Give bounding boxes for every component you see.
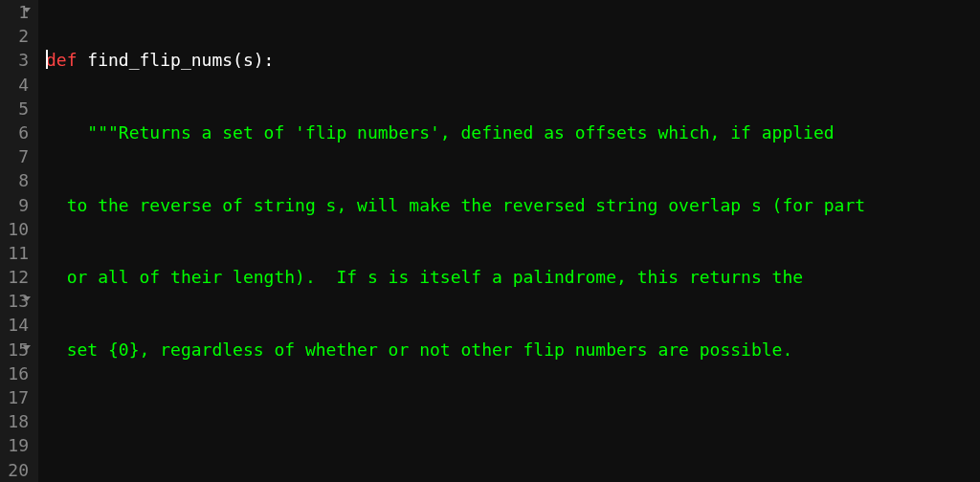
code-line-3[interactable]: to the reverse of string s, will make th… [46, 193, 865, 217]
fold-toggle-icon[interactable] [23, 8, 31, 12]
text-cursor [46, 50, 48, 69]
line-number: 16 [6, 362, 29, 385]
line-number: 20 [6, 458, 29, 482]
line-number: 14 [6, 313, 29, 337]
colon: : [264, 50, 275, 70]
line-number: 15 [6, 338, 29, 362]
line-number: 4 [6, 73, 29, 97]
fold-toggle-icon[interactable] [23, 296, 31, 301]
line-number: 13 [6, 289, 29, 313]
code-editor[interactable]: 1 2 3 4 5 6 7 8 9 10 11 12 13 14 15 16 1… [0, 0, 980, 482]
line-number: 2 [6, 24, 29, 48]
line-number: 12 [6, 265, 29, 289]
line-number: 3 [6, 48, 29, 72]
keyword-def: def [46, 50, 78, 70]
line-number: 9 [6, 193, 29, 217]
function-name: find_flip_nums [78, 50, 234, 70]
open-paren: ( [233, 50, 243, 70]
code-line-6[interactable] [46, 409, 865, 433]
line-number: 10 [6, 217, 29, 241]
line-number: 17 [6, 385, 29, 409]
docstring-text: """Returns a set of 'flip numbers', defi… [46, 122, 835, 142]
docstring-text: to the reverse of string s, will make th… [46, 195, 865, 215]
line-number: 19 [6, 433, 29, 457]
line-number: 11 [6, 241, 29, 265]
line-number: 5 [6, 97, 29, 120]
close-paren: ) [254, 50, 264, 70]
code-line-4[interactable]: or all of their length). If s is itself … [46, 265, 865, 289]
code-area[interactable]: def find_flip_nums(s): """Returns a set … [38, 0, 865, 482]
fold-toggle-icon[interactable] [23, 345, 31, 350]
line-number: 7 [6, 144, 29, 168]
line-number: 18 [6, 409, 29, 433]
line-number: 6 [6, 120, 29, 144]
line-number-gutter: 1 2 3 4 5 6 7 8 9 10 11 12 13 14 15 16 1… [0, 0, 38, 482]
docstring-text: or all of their length). If s is itself … [46, 267, 803, 287]
code-line-1[interactable]: def find_flip_nums(s): [46, 48, 865, 72]
docstring-text: set {0}, regardless of whether or not ot… [46, 340, 792, 360]
code-line-2[interactable]: """Returns a set of 'flip numbers', defi… [46, 120, 865, 144]
param-s: s [243, 50, 254, 70]
line-number: 8 [6, 168, 29, 192]
line-number: 1 [6, 0, 29, 24]
code-line-5[interactable]: set {0}, regardless of whether or not ot… [46, 338, 865, 362]
